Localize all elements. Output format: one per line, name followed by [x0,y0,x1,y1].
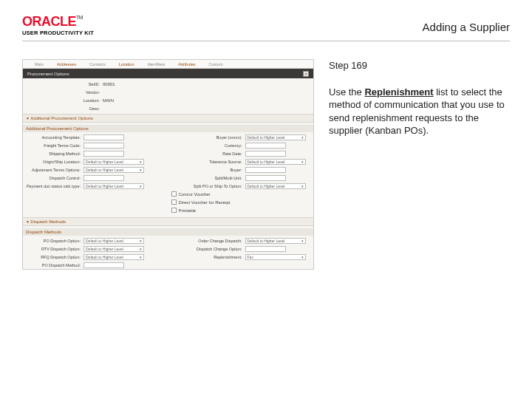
origin-label: Origin/Ship Location: [26,160,83,164]
chevron-down-icon: ▾ [140,184,142,188]
chevron-down-icon: ▾ [140,168,142,172]
chevron-down-icon: ▾ [140,255,142,259]
freight-label: Freight Terms Code: [26,143,83,148]
desc-label: Desc: [45,106,103,111]
chevron-down-icon: ▾ [301,135,304,140]
tab-location[interactable]: Location [116,61,137,68]
tab-custom[interactable]: Custom [206,61,226,68]
tab-main[interactable]: Main [32,61,47,68]
panel-additional-proc[interactable]: Additional Procurement Options [23,114,313,123]
disp-change-label: Dispatch Change Option: [171,247,245,251]
tab-identifiers[interactable]: Identifiers [144,61,168,68]
direct-check-label: Direct Voucher for Receipt [179,200,231,205]
chevron-down-icon: ▾ [140,247,142,251]
adjust-label: Adjustment Terms Options: [26,168,83,172]
tab-bar: Main Addresses Contacts Location Identif… [23,60,313,69]
splitpo-select[interactable]: Default to Higher Level▾ [245,183,306,189]
po-disp-label: PO Dispatch Option: [26,239,83,243]
rate-label: Rate Date: [171,151,245,156]
tab-contacts[interactable]: Contacts [86,61,109,68]
po-method-label: PO Dispatch Method: [26,263,83,267]
splitpo-label: Split PO or Ship To Option: [171,184,245,188]
window-titlebar: Procurement Options × [23,69,313,78]
setid-label: SetID: [45,82,103,86]
embedded-screenshot: Main Addresses Contacts Location Identif… [22,59,314,270]
dispatchctl-label: Dispatch Control: [26,176,83,180]
chevron-down-icon: ▾ [301,184,304,188]
split-field[interactable] [245,175,286,181]
rtv-disp-select[interactable]: Default to Higher Level▾ [83,246,144,252]
printable-check-label: Printable [179,208,197,213]
freight-field[interactable] [83,143,124,149]
setid-value: 00001 [103,82,115,86]
currency-label: Currency: [171,143,245,148]
rtv-disp-label: RTV Dispatch Option: [26,247,83,251]
adjust-select[interactable]: Default to Higher Level▾ [83,167,144,173]
order-change-select[interactable]: Default to Higher Level▾ [245,238,306,244]
rfq-disp-select[interactable]: Default to Higher Level▾ [83,254,144,260]
subheader-additional-proc: Additional Procurement Options [23,125,313,132]
rfq-disp-label: RFQ Dispatch Option: [26,255,83,259]
replenishment-label: Replenishment: [171,255,245,259]
concur-check-label: Concur Voucher [179,192,211,197]
panel-dispatch[interactable]: Dispatch Methods [23,217,313,226]
step-description: Use the Replenishment list to select the… [329,86,510,137]
origin-select[interactable]: Default to Higher Level▾ [83,159,144,165]
po-method-field[interactable] [83,262,124,268]
paydoc-label: Payment doc status calc type: [26,184,83,188]
location-value: MAIN [103,98,114,103]
chevron-down-icon: ▾ [301,239,304,243]
vendor-label: Vendor: [45,90,103,95]
logo-block: ORACLETM USER PRODUCTIVITY KIT [22,15,94,36]
dispatchctl-field[interactable] [83,175,124,181]
page-title: Adding a Supplier [423,21,510,33]
close-icon[interactable]: × [303,71,309,77]
chevron-down-icon: ▾ [140,160,142,164]
shipping-label: Shipping Method: [26,151,83,156]
disp-change-field[interactable] [245,246,286,252]
printable-checkbox[interactable] [171,208,177,213]
acct-template-label: Accounting Template: [26,135,83,140]
upk-label: USER PRODUCTIVITY KIT [22,30,94,36]
window-title: Procurement Options [27,72,69,76]
oracle-logo: ORACLETM [22,15,94,28]
split-label: Split/Multi-Unit: [171,176,245,180]
currency-field[interactable] [245,143,286,149]
step-number: Step 169 [329,59,510,72]
tolerance-label: Tolerance Source: [171,160,245,164]
chevron-down-icon: ▾ [301,255,304,259]
header-divider [22,41,510,41]
direct-checkbox[interactable] [171,200,177,205]
location-label: Location: [45,98,103,103]
buyerx-select[interactable]: Default to Higher Level▾ [245,134,306,140]
paydoc-select[interactable]: Default to Higher Level▾ [83,183,144,189]
buyer-label: Buyer: [171,168,245,172]
shipping-field[interactable] [83,151,124,157]
chevron-down-icon: ▾ [301,160,304,164]
buyerx-label: Buyer (xxxxx): [171,135,245,140]
tolerance-select[interactable]: Default to Higher Level▾ [245,159,306,165]
buyer-field[interactable] [245,167,286,173]
acct-template-field[interactable] [83,134,124,140]
rate-field[interactable] [245,151,286,157]
tab-addresses[interactable]: Addresses [54,61,79,68]
instruction-panel: Step 169 Use the Replenishment list to s… [329,59,510,270]
order-change-label: Order Change Dispatch: [171,239,245,243]
concur-checkbox[interactable] [171,191,177,197]
replenishment-select[interactable]: Fax▾ [245,254,306,260]
chevron-down-icon: ▾ [140,239,142,243]
po-disp-select[interactable]: Default to Higher Level▾ [83,238,144,244]
subheader-dispatch: Dispatch Methods [23,228,313,236]
tab-attributes[interactable]: Attributes [175,61,198,68]
